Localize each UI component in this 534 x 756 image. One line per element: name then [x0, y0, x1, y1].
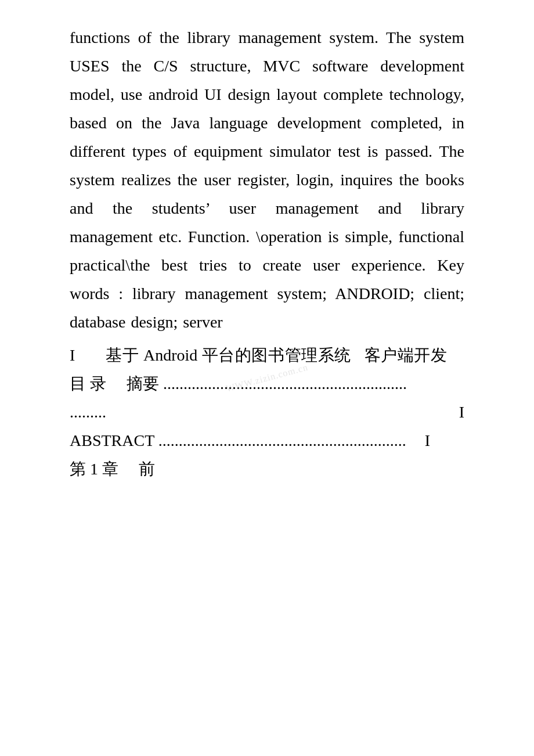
toc-row-1-page: I — [450, 398, 464, 426]
toc-header-text: I 基于 Android 平台的图书管理系统 客户端开发 目 录 摘要 ....… — [70, 346, 464, 393]
toc-row-2: ABSTRACT ...............................… — [70, 426, 464, 455]
page-container: WWW.zizin.com.cn functions of the librar… — [0, 0, 534, 756]
toc-row-2-dots: ................. — [337, 431, 406, 449]
toc-row-1-dots: ......... — [70, 398, 106, 426]
toc-row-2-page: I — [425, 431, 430, 449]
toc-row-2-text: ABSTRACT ...............................… — [70, 431, 337, 449]
paragraph-text: functions of the library management syst… — [70, 28, 464, 331]
toc-row-3-text: 第 1 章 前 — [70, 460, 155, 478]
toc-row-3: 第 1 章 前 — [70, 455, 464, 483]
toc-header-line: I 基于 Android 平台的图书管理系统 客户端开发 目 录 摘要 ....… — [70, 341, 464, 398]
toc-section: I 基于 Android 平台的图书管理系统 客户端开发 目 录 摘要 ....… — [70, 341, 464, 483]
main-text: functions of the library management syst… — [70, 23, 464, 336]
toc-row-1: ......... I — [70, 398, 464, 426]
